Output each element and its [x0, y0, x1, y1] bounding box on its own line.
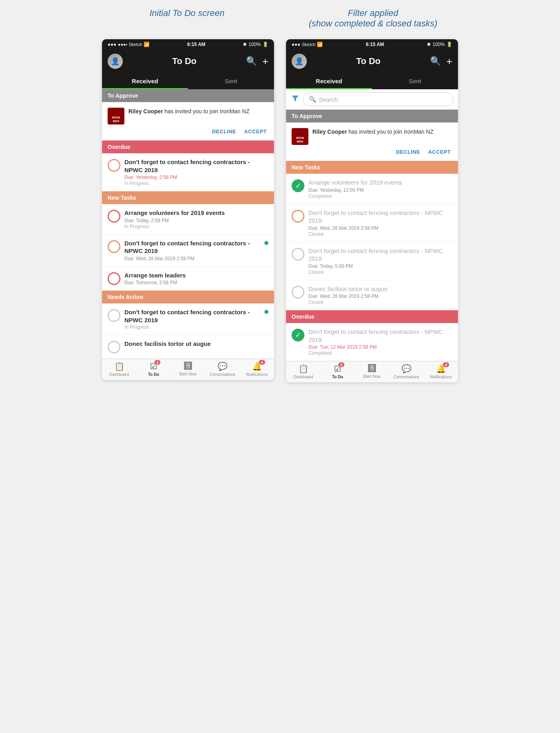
section-needs-action-1: Needs Action — [102, 291, 274, 303]
blertnow-icon: 🅱 — [184, 361, 192, 371]
task-circle-gray — [292, 286, 304, 299]
decline-button-2[interactable]: DECLINE — [396, 149, 420, 155]
task-name: Don't forget to contact fencing contract… — [308, 247, 452, 263]
task-item[interactable]: Don't forget to contact fencing contract… — [102, 235, 274, 267]
header-icons-1: 🔍 + — [246, 55, 268, 68]
task-name: Don't forget to contact fencing contract… — [124, 158, 268, 174]
section-new-tasks-2: New Tasks — [286, 161, 458, 174]
dashboard-icon: 📋 — [114, 361, 124, 371]
nav-conversations-1[interactable]: 💬 Conversations — [205, 361, 240, 377]
battery-icon: 🔋 — [262, 42, 268, 47]
task-status: In Progress — [124, 224, 268, 229]
battery-label-2: 100% — [432, 42, 445, 47]
section-overdue-1: Overdue — [102, 141, 274, 153]
nav-blertnow-label-2: Blert Now — [363, 374, 380, 379]
task-item[interactable]: Donec facilisis tortor ut augue Due: Wed… — [286, 280, 458, 311]
notifications-badge-2: 4 — [443, 362, 449, 367]
nav-todo-label-1: To Do — [148, 372, 159, 377]
search-icon-2[interactable]: 🔍 — [430, 56, 441, 66]
screen2: ●●● Sketch 📶 6:15 AM ✱ 100% 🔋 👤 To Do 🔍 … — [286, 39, 458, 382]
nav-dashboard-2[interactable]: 📋 Dashboard — [286, 364, 320, 379]
task-name: Donec facilisis tortor ut augue — [124, 340, 268, 348]
svg-text:IRON: IRON — [112, 116, 120, 119]
task-body: Don't forget to contact fencing contract… — [308, 328, 452, 356]
app-header-2: 👤 To Do 🔍 + — [286, 50, 458, 73]
task-item[interactable]: Don't forget to contact fencing contract… — [286, 242, 458, 280]
conversations-icon-2: 💬 — [402, 364, 412, 374]
invite-card-1: IRON MAN Riley Cooper has invited you to… — [102, 102, 274, 141]
add-icon-2[interactable]: + — [446, 55, 452, 68]
task-item[interactable]: ✓ Arrange volunteers for 2019 events Due… — [286, 174, 458, 204]
tab-sent-1[interactable]: Sent — [188, 73, 274, 89]
nav-todo-2[interactable]: ☑ 2 To Do — [320, 364, 355, 379]
svg-text:MAN: MAN — [297, 140, 303, 143]
search-bar-2: 🔍 Search — [286, 89, 458, 110]
task-due: Due: Tue, 12 Mar 2019 2:58 PM — [308, 344, 452, 350]
status-bar-2: ●●● Sketch 📶 6:15 AM ✱ 100% 🔋 — [286, 39, 458, 50]
task-due: Due: Today, 2:58 PM — [124, 218, 268, 223]
nav-notifications-2[interactable]: 🔔 4 Notifications — [424, 364, 458, 379]
signal-icon: ●●● — [108, 42, 116, 47]
ironman-logo-1: IRON MAN — [108, 108, 124, 125]
task-status: Closed — [308, 269, 452, 275]
bottom-nav-2: 📋 Dashboard ☑ 2 To Do 🅱 Blert Now 💬 C — [286, 361, 458, 382]
notifications-icon-2: 🔔 4 — [436, 364, 446, 374]
nav-conversations-2[interactable]: 💬 Conversations — [389, 364, 424, 379]
task-item[interactable]: Arrange volunteers for 2019 events Due: … — [102, 204, 274, 235]
task-status: Closed — [308, 299, 452, 305]
content-1: To Approve IRON MAN Riley Cooper has inv… — [102, 89, 274, 359]
nav-blertnow-2[interactable]: 🅱 Blert Now — [355, 364, 389, 379]
avatar-1[interactable]: 👤 — [108, 54, 123, 69]
accept-button-2[interactable]: ACCEPT — [428, 149, 451, 155]
tab-sent-2[interactable]: Sent — [372, 73, 458, 89]
section-new-tasks-1: New Tasks — [102, 191, 274, 204]
dot-indicator — [264, 310, 268, 314]
avatar-2[interactable]: 👤 — [292, 54, 307, 69]
tabs-1: Received Sent — [102, 73, 274, 89]
section-overdue-2: Overdue — [286, 310, 458, 323]
todo-icon-2: ☑ 2 — [334, 364, 341, 374]
accept-button-1[interactable]: ACCEPT — [244, 129, 267, 135]
task-body: Arrange volunteers for 2019 events Due: … — [124, 209, 268, 229]
task-item[interactable]: Arrange team leaders Due: Tomorrow, 2:58… — [102, 267, 274, 291]
ironman-logo-2: IRON MAN — [292, 128, 308, 145]
tab-received-1[interactable]: Received — [102, 73, 188, 89]
task-item[interactable]: Donec facilisis tortor ut augue — [102, 335, 274, 359]
task-circle-gray — [108, 341, 120, 353]
nav-blertnow-1[interactable]: 🅱 Blert Now — [171, 361, 205, 377]
search-placeholder: Search — [319, 96, 338, 103]
task-circle-gray — [292, 248, 304, 261]
nav-dashboard-1[interactable]: 📋 Dashboard — [102, 361, 136, 377]
tab-received-2[interactable]: Received — [286, 73, 372, 89]
search-icon-1[interactable]: 🔍 — [246, 56, 257, 66]
nav-notifications-1[interactable]: 🔔 4 Notifications — [240, 361, 274, 377]
time-label-2: 6:15 AM — [366, 42, 384, 47]
filter-icon[interactable] — [291, 94, 300, 105]
invite-text-1: Riley Cooper has invited you to join Iro… — [128, 108, 250, 116]
task-item[interactable]: Don't forget to contact fencing contract… — [286, 204, 458, 242]
task-status: Completed — [308, 350, 452, 356]
task-body: Arrange team leaders Due: Tomorrow, 2:58… — [124, 271, 268, 286]
task-body: Don't forget to contact fencing contract… — [124, 308, 268, 330]
task-item[interactable]: Don't forget to contact fencing contract… — [102, 303, 274, 335]
bluetooth-icon: ✱ — [243, 42, 247, 47]
task-item[interactable]: ✓ Don't forget to contact fencing contra… — [286, 323, 458, 361]
nav-todo-1[interactable]: ☑ 2 To Do — [136, 361, 171, 377]
task-due: Due: Yesterday, 12:00 PM — [308, 187, 452, 193]
task-due: Due: Wed, 26 Mar 2019 2:58 PM — [308, 225, 452, 231]
task-circle-orange — [108, 159, 120, 172]
section-to-approve-2: To Approve — [286, 110, 458, 123]
nav-dashboard-label-2: Dashboard — [294, 375, 313, 379]
task-item[interactable]: Don't forget to contact fencing contract… — [102, 153, 274, 191]
app-header-1: 👤 To Do 🔍 + — [102, 50, 274, 73]
nav-conversations-label-1: Conversations — [210, 372, 235, 377]
dashboard-icon-2: 📋 — [298, 364, 308, 374]
add-icon-1[interactable]: + — [262, 55, 268, 68]
search-input-2[interactable]: 🔍 Search — [303, 92, 453, 106]
task-body: Donec facilisis tortor ut augue Due: Wed… — [308, 285, 452, 305]
task-circle-gray — [108, 309, 120, 322]
app-title-2: To Do — [356, 56, 381, 66]
invite-card-2: IRON MAN Riley Cooper has invited you to… — [286, 123, 458, 161]
decline-button-1[interactable]: DECLINE — [212, 129, 236, 135]
phone2: ●●● Sketch 📶 6:15 AM ✱ 100% 🔋 👤 To Do 🔍 … — [286, 39, 458, 382]
